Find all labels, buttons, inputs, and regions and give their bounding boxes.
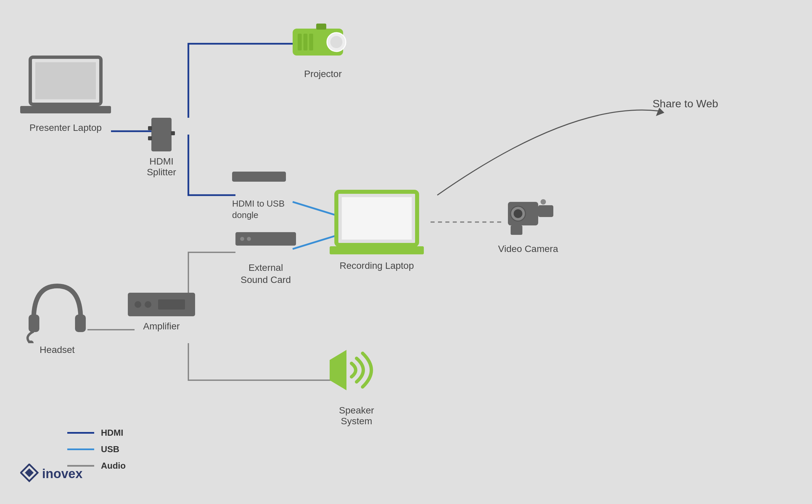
svg-point-29 bbox=[514, 209, 522, 218]
projector: Projector bbox=[289, 17, 357, 79]
svg-rect-39 bbox=[158, 299, 185, 310]
headset-label: Headset bbox=[24, 345, 91, 355]
video-camera: Video Camera bbox=[498, 188, 558, 254]
svg-rect-10 bbox=[148, 126, 152, 130]
ext-sound-card: External Sound Card bbox=[235, 229, 296, 286]
svg-rect-9 bbox=[151, 118, 172, 151]
svg-point-38 bbox=[145, 301, 151, 308]
inovex-logo-icon bbox=[20, 464, 39, 484]
recording-laptop-label: Recording Laptop bbox=[330, 260, 424, 271]
hdmi-usb-dongle-text: HDMI to USB dongle bbox=[232, 198, 293, 221]
svg-point-37 bbox=[135, 301, 141, 308]
amplifier-label: Amplifier bbox=[128, 321, 195, 332]
headset: Headset bbox=[24, 279, 91, 355]
svg-rect-25 bbox=[342, 197, 412, 240]
svg-rect-16 bbox=[298, 34, 302, 50]
ext-sound-card-label: External Sound Card bbox=[235, 262, 296, 286]
svg-rect-20 bbox=[232, 172, 286, 182]
svg-rect-7 bbox=[35, 62, 96, 99]
svg-point-15 bbox=[330, 36, 342, 48]
video-camera-label: Video Camera bbox=[498, 244, 558, 254]
svg-marker-41 bbox=[25, 468, 34, 477]
presenter-laptop: Presenter Laptop bbox=[20, 54, 111, 133]
speaker-system: Speaker System bbox=[323, 343, 390, 427]
svg-point-32 bbox=[541, 199, 546, 205]
logo-text: inovex bbox=[42, 467, 82, 481]
svg-rect-33 bbox=[29, 315, 39, 332]
svg-rect-8 bbox=[20, 106, 111, 113]
svg-rect-17 bbox=[303, 34, 307, 50]
legend-usb-line bbox=[67, 448, 94, 450]
svg-point-23 bbox=[247, 237, 251, 241]
legend-usb-label: USB bbox=[101, 444, 119, 455]
hdmi-usb-dongle-label: HDMI to USB dongle bbox=[232, 168, 293, 221]
svg-rect-31 bbox=[511, 225, 522, 235]
svg-rect-30 bbox=[538, 205, 553, 217]
svg-rect-11 bbox=[148, 136, 152, 140]
logo-area: inovex bbox=[20, 464, 82, 484]
svg-rect-19 bbox=[316, 24, 326, 30]
share-to-web-label: Share to Web bbox=[653, 98, 718, 110]
hdmi-splitter: HDMI Splitter bbox=[148, 114, 195, 178]
legend-hdmi: HDMI bbox=[67, 428, 126, 438]
recording-laptop: Recording Laptop bbox=[330, 188, 424, 271]
amplifier: Amplifier bbox=[128, 293, 195, 332]
legend-audio-label: Audio bbox=[101, 461, 126, 471]
legend-hdmi-label: HDMI bbox=[101, 428, 123, 438]
svg-rect-18 bbox=[309, 34, 313, 50]
diagram-container: Presenter Laptop HDMI Splitter Projector bbox=[0, 0, 812, 504]
legend-usb: USB bbox=[67, 444, 126, 455]
svg-rect-21 bbox=[235, 232, 296, 246]
svg-rect-12 bbox=[171, 131, 175, 135]
svg-rect-26 bbox=[330, 246, 424, 254]
presenter-laptop-label: Presenter Laptop bbox=[20, 122, 111, 133]
svg-point-22 bbox=[240, 237, 244, 241]
hdmi-splitter-label: HDMI Splitter bbox=[138, 156, 185, 178]
svg-rect-34 bbox=[75, 315, 86, 332]
speaker-system-label: Speaker System bbox=[323, 405, 390, 427]
legend-hdmi-line bbox=[67, 432, 94, 434]
projector-label: Projector bbox=[289, 69, 357, 79]
